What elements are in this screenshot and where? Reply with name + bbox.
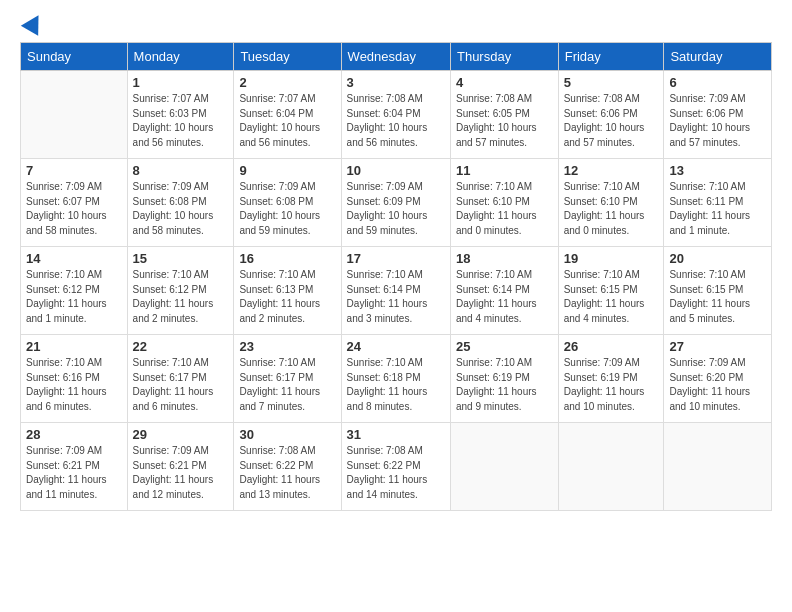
logo-triangle-icon: [21, 10, 47, 36]
day-info: Sunrise: 7:08 AM Sunset: 6:04 PM Dayligh…: [347, 92, 445, 150]
calendar-cell: 24Sunrise: 7:10 AM Sunset: 6:18 PM Dayli…: [341, 335, 450, 423]
calendar-cell: 13Sunrise: 7:10 AM Sunset: 6:11 PM Dayli…: [664, 159, 772, 247]
day-number: 26: [564, 339, 659, 354]
calendar-cell: 18Sunrise: 7:10 AM Sunset: 6:14 PM Dayli…: [450, 247, 558, 335]
day-info: Sunrise: 7:09 AM Sunset: 6:21 PM Dayligh…: [26, 444, 122, 502]
day-info: Sunrise: 7:07 AM Sunset: 6:04 PM Dayligh…: [239, 92, 335, 150]
day-info: Sunrise: 7:09 AM Sunset: 6:07 PM Dayligh…: [26, 180, 122, 238]
day-info: Sunrise: 7:08 AM Sunset: 6:22 PM Dayligh…: [239, 444, 335, 502]
day-info: Sunrise: 7:10 AM Sunset: 6:14 PM Dayligh…: [347, 268, 445, 326]
day-number: 22: [133, 339, 229, 354]
day-number: 4: [456, 75, 553, 90]
calendar-cell: [21, 71, 128, 159]
calendar-cell: [558, 423, 664, 511]
calendar-cell: 21Sunrise: 7:10 AM Sunset: 6:16 PM Dayli…: [21, 335, 128, 423]
day-info: Sunrise: 7:08 AM Sunset: 6:05 PM Dayligh…: [456, 92, 553, 150]
calendar-cell: 3Sunrise: 7:08 AM Sunset: 6:04 PM Daylig…: [341, 71, 450, 159]
day-number: 13: [669, 163, 766, 178]
day-number: 31: [347, 427, 445, 442]
day-info: Sunrise: 7:09 AM Sunset: 6:21 PM Dayligh…: [133, 444, 229, 502]
day-info: Sunrise: 7:10 AM Sunset: 6:12 PM Dayligh…: [26, 268, 122, 326]
calendar-cell: 1Sunrise: 7:07 AM Sunset: 6:03 PM Daylig…: [127, 71, 234, 159]
day-info: Sunrise: 7:09 AM Sunset: 6:20 PM Dayligh…: [669, 356, 766, 414]
header: [20, 18, 772, 32]
calendar-cell: 22Sunrise: 7:10 AM Sunset: 6:17 PM Dayli…: [127, 335, 234, 423]
page: SundayMondayTuesdayWednesdayThursdayFrid…: [0, 0, 792, 521]
calendar-cell: 23Sunrise: 7:10 AM Sunset: 6:17 PM Dayli…: [234, 335, 341, 423]
day-number: 2: [239, 75, 335, 90]
day-number: 12: [564, 163, 659, 178]
day-info: Sunrise: 7:07 AM Sunset: 6:03 PM Dayligh…: [133, 92, 229, 150]
day-number: 29: [133, 427, 229, 442]
day-info: Sunrise: 7:09 AM Sunset: 6:19 PM Dayligh…: [564, 356, 659, 414]
calendar-cell: 20Sunrise: 7:10 AM Sunset: 6:15 PM Dayli…: [664, 247, 772, 335]
calendar-cell: 9Sunrise: 7:09 AM Sunset: 6:08 PM Daylig…: [234, 159, 341, 247]
day-number: 3: [347, 75, 445, 90]
calendar-cell: 7Sunrise: 7:09 AM Sunset: 6:07 PM Daylig…: [21, 159, 128, 247]
day-number: 24: [347, 339, 445, 354]
calendar-cell: 6Sunrise: 7:09 AM Sunset: 6:06 PM Daylig…: [664, 71, 772, 159]
day-info: Sunrise: 7:08 AM Sunset: 6:22 PM Dayligh…: [347, 444, 445, 502]
day-number: 30: [239, 427, 335, 442]
day-info: Sunrise: 7:10 AM Sunset: 6:19 PM Dayligh…: [456, 356, 553, 414]
logo: [20, 18, 44, 32]
day-number: 25: [456, 339, 553, 354]
calendar-cell: 19Sunrise: 7:10 AM Sunset: 6:15 PM Dayli…: [558, 247, 664, 335]
day-of-week-header: Sunday: [21, 43, 128, 71]
calendar-cell: 5Sunrise: 7:08 AM Sunset: 6:06 PM Daylig…: [558, 71, 664, 159]
day-of-week-header: Thursday: [450, 43, 558, 71]
calendar-cell: 29Sunrise: 7:09 AM Sunset: 6:21 PM Dayli…: [127, 423, 234, 511]
day-info: Sunrise: 7:10 AM Sunset: 6:12 PM Dayligh…: [133, 268, 229, 326]
calendar-cell: 15Sunrise: 7:10 AM Sunset: 6:12 PM Dayli…: [127, 247, 234, 335]
day-info: Sunrise: 7:10 AM Sunset: 6:11 PM Dayligh…: [669, 180, 766, 238]
day-number: 14: [26, 251, 122, 266]
calendar-cell: 11Sunrise: 7:10 AM Sunset: 6:10 PM Dayli…: [450, 159, 558, 247]
day-info: Sunrise: 7:10 AM Sunset: 6:17 PM Dayligh…: [133, 356, 229, 414]
day-of-week-header: Friday: [558, 43, 664, 71]
day-number: 8: [133, 163, 229, 178]
day-number: 28: [26, 427, 122, 442]
day-number: 18: [456, 251, 553, 266]
calendar-cell: 10Sunrise: 7:09 AM Sunset: 6:09 PM Dayli…: [341, 159, 450, 247]
day-number: 15: [133, 251, 229, 266]
day-number: 5: [564, 75, 659, 90]
calendar-cell: 14Sunrise: 7:10 AM Sunset: 6:12 PM Dayli…: [21, 247, 128, 335]
day-of-week-header: Tuesday: [234, 43, 341, 71]
calendar-cell: 31Sunrise: 7:08 AM Sunset: 6:22 PM Dayli…: [341, 423, 450, 511]
day-info: Sunrise: 7:09 AM Sunset: 6:08 PM Dayligh…: [239, 180, 335, 238]
calendar-cell: [664, 423, 772, 511]
calendar-cell: 12Sunrise: 7:10 AM Sunset: 6:10 PM Dayli…: [558, 159, 664, 247]
day-of-week-header: Wednesday: [341, 43, 450, 71]
day-number: 9: [239, 163, 335, 178]
day-number: 19: [564, 251, 659, 266]
calendar-cell: 16Sunrise: 7:10 AM Sunset: 6:13 PM Dayli…: [234, 247, 341, 335]
day-number: 6: [669, 75, 766, 90]
day-info: Sunrise: 7:10 AM Sunset: 6:10 PM Dayligh…: [456, 180, 553, 238]
day-number: 16: [239, 251, 335, 266]
calendar-table: SundayMondayTuesdayWednesdayThursdayFrid…: [20, 42, 772, 511]
day-number: 27: [669, 339, 766, 354]
calendar-cell: 4Sunrise: 7:08 AM Sunset: 6:05 PM Daylig…: [450, 71, 558, 159]
calendar-cell: 26Sunrise: 7:09 AM Sunset: 6:19 PM Dayli…: [558, 335, 664, 423]
day-number: 10: [347, 163, 445, 178]
day-info: Sunrise: 7:10 AM Sunset: 6:14 PM Dayligh…: [456, 268, 553, 326]
day-info: Sunrise: 7:10 AM Sunset: 6:16 PM Dayligh…: [26, 356, 122, 414]
calendar-cell: 30Sunrise: 7:08 AM Sunset: 6:22 PM Dayli…: [234, 423, 341, 511]
day-info: Sunrise: 7:10 AM Sunset: 6:15 PM Dayligh…: [669, 268, 766, 326]
day-info: Sunrise: 7:09 AM Sunset: 6:09 PM Dayligh…: [347, 180, 445, 238]
day-number: 21: [26, 339, 122, 354]
calendar-cell: 27Sunrise: 7:09 AM Sunset: 6:20 PM Dayli…: [664, 335, 772, 423]
calendar-cell: 25Sunrise: 7:10 AM Sunset: 6:19 PM Dayli…: [450, 335, 558, 423]
day-number: 23: [239, 339, 335, 354]
day-info: Sunrise: 7:10 AM Sunset: 6:10 PM Dayligh…: [564, 180, 659, 238]
day-of-week-header: Monday: [127, 43, 234, 71]
day-info: Sunrise: 7:08 AM Sunset: 6:06 PM Dayligh…: [564, 92, 659, 150]
calendar-cell: [450, 423, 558, 511]
day-info: Sunrise: 7:10 AM Sunset: 6:13 PM Dayligh…: [239, 268, 335, 326]
calendar-cell: 2Sunrise: 7:07 AM Sunset: 6:04 PM Daylig…: [234, 71, 341, 159]
calendar-cell: 17Sunrise: 7:10 AM Sunset: 6:14 PM Dayli…: [341, 247, 450, 335]
calendar-cell: 8Sunrise: 7:09 AM Sunset: 6:08 PM Daylig…: [127, 159, 234, 247]
day-number: 20: [669, 251, 766, 266]
day-info: Sunrise: 7:10 AM Sunset: 6:17 PM Dayligh…: [239, 356, 335, 414]
day-info: Sunrise: 7:09 AM Sunset: 6:06 PM Dayligh…: [669, 92, 766, 150]
